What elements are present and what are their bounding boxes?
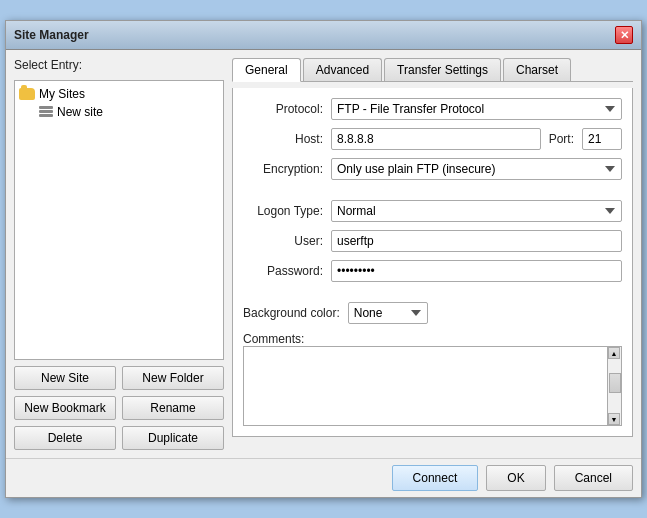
bottom-buttons: Connect OK Cancel: [6, 458, 641, 497]
bg-color-row: Background color: None: [243, 302, 622, 324]
comments-area: ▲ ▼: [243, 346, 622, 426]
tab-general[interactable]: General: [232, 58, 301, 82]
button-row-1: New Site New Folder: [14, 366, 224, 390]
tree-area[interactable]: My Sites New site: [14, 80, 224, 360]
encryption-row: Encryption: Only use plain FTP (insecure…: [243, 158, 622, 180]
user-label: User:: [243, 234, 323, 248]
tree-child-item[interactable]: New site: [39, 103, 219, 121]
host-port-row: Host: Port:: [243, 128, 622, 150]
comments-textarea[interactable]: [244, 347, 607, 422]
tree-root-item[interactable]: My Sites: [19, 85, 219, 103]
tab-charset[interactable]: Charset: [503, 58, 571, 81]
scrollbar-up-arrow[interactable]: ▲: [608, 347, 620, 359]
tree-root-label: My Sites: [39, 87, 85, 101]
scrollbar-thumb[interactable]: [609, 373, 621, 393]
user-input[interactable]: [331, 230, 622, 252]
delete-button[interactable]: Delete: [14, 426, 116, 450]
protocol-select[interactable]: FTP - File Transfer Protocol: [331, 98, 622, 120]
close-button[interactable]: ✕: [615, 26, 633, 44]
new-site-button[interactable]: New Site: [14, 366, 116, 390]
scrollbar[interactable]: ▲ ▼: [607, 347, 621, 425]
title-bar: Site Manager ✕: [6, 21, 641, 50]
cancel-button[interactable]: Cancel: [554, 465, 633, 491]
comments-label: Comments:: [243, 332, 622, 346]
logon-type-select[interactable]: Normal: [331, 200, 622, 222]
tab-content-general: Protocol: FTP - File Transfer Protocol H…: [232, 88, 633, 437]
bg-color-label: Background color:: [243, 306, 340, 320]
tree-child-label: New site: [57, 105, 103, 119]
duplicate-button[interactable]: Duplicate: [122, 426, 224, 450]
new-folder-button[interactable]: New Folder: [122, 366, 224, 390]
password-label: Password:: [243, 264, 323, 278]
select-entry-label: Select Entry:: [14, 58, 224, 72]
host-label: Host:: [243, 132, 323, 146]
ok-button[interactable]: OK: [486, 465, 545, 491]
server-icon: [39, 106, 53, 118]
tab-transfer-settings[interactable]: Transfer Settings: [384, 58, 501, 81]
protocol-row: Protocol: FTP - File Transfer Protocol: [243, 98, 622, 120]
encryption-label: Encryption:: [243, 162, 323, 176]
connect-button[interactable]: Connect: [392, 465, 479, 491]
user-row: User:: [243, 230, 622, 252]
port-label: Port:: [549, 132, 574, 146]
comments-section: Comments: ▲ ▼: [243, 332, 622, 426]
new-bookmark-button[interactable]: New Bookmark: [14, 396, 116, 420]
logon-type-row: Logon Type: Normal: [243, 200, 622, 222]
window-title: Site Manager: [14, 28, 89, 42]
right-panel: General Advanced Transfer Settings Chars…: [232, 58, 633, 450]
host-input[interactable]: [331, 128, 541, 150]
button-row-3: Delete Duplicate: [14, 426, 224, 450]
left-panel: Select Entry: My Sites New site New Site: [14, 58, 224, 450]
scrollbar-down-arrow[interactable]: ▼: [608, 413, 620, 425]
logon-type-label: Logon Type:: [243, 204, 323, 218]
port-input[interactable]: [582, 128, 622, 150]
password-input[interactable]: [331, 260, 622, 282]
password-row: Password:: [243, 260, 622, 282]
main-content: Select Entry: My Sites New site New Site: [6, 50, 641, 458]
button-row-2: New Bookmark Rename: [14, 396, 224, 420]
site-manager-window: Site Manager ✕ Select Entry: My Sites Ne…: [5, 20, 642, 498]
protocol-label: Protocol:: [243, 102, 323, 116]
rename-button[interactable]: Rename: [122, 396, 224, 420]
bg-color-select[interactable]: None: [348, 302, 428, 324]
folder-icon: [19, 88, 35, 100]
encryption-select[interactable]: Only use plain FTP (insecure): [331, 158, 622, 180]
tab-bar: General Advanced Transfer Settings Chars…: [232, 58, 633, 82]
tab-advanced[interactable]: Advanced: [303, 58, 382, 81]
